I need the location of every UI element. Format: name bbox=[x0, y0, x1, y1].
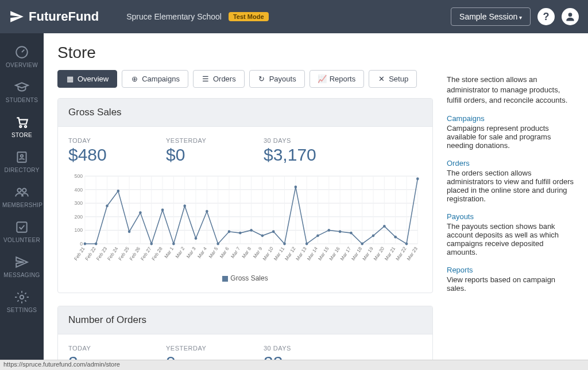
svg-text:Mar 14: Mar 14 bbox=[305, 246, 319, 262]
help-text: The payouts section shows bank account d… bbox=[447, 222, 574, 256]
svg-text:Mar 15: Mar 15 bbox=[317, 246, 330, 262]
sidebar-item-label: STUDENTS bbox=[2, 97, 41, 103]
svg-text:Feb 22: Feb 22 bbox=[84, 246, 97, 262]
tab-label: Overview bbox=[78, 75, 109, 83]
users-icon bbox=[14, 185, 29, 200]
svg-text:Mar 5: Mar 5 bbox=[207, 246, 219, 259]
sidebar-item-overview[interactable]: OVERVIEW bbox=[0, 39, 44, 74]
svg-point-67 bbox=[239, 232, 242, 235]
svg-point-70 bbox=[272, 230, 275, 233]
help-text: Campaigns represent products available f… bbox=[447, 124, 574, 150]
help-link-campaigns[interactable]: Campaigns bbox=[447, 114, 574, 123]
topbar: FutureFund Spruce Elementary School Test… bbox=[0, 0, 588, 33]
svg-text:Mar 16: Mar 16 bbox=[328, 246, 341, 262]
gross-sales-card: Gross Sales TODAY $480 YESTERDAY $0 30 D… bbox=[57, 98, 433, 293]
tools-icon: ✕ bbox=[377, 75, 385, 83]
svg-text:Mar 3: Mar 3 bbox=[185, 246, 197, 259]
tab-orders[interactable]: ☰Orders bbox=[193, 70, 245, 88]
user-menu-button[interactable] bbox=[562, 8, 579, 25]
stat-value: 22 bbox=[264, 353, 350, 360]
sidebar-item-students[interactable]: STUDENTS bbox=[0, 74, 44, 109]
help-intro: The store section allows an administrato… bbox=[447, 75, 574, 106]
svg-point-76 bbox=[339, 230, 342, 233]
svg-text:Mar 6: Mar 6 bbox=[219, 246, 230, 259]
svg-rect-8 bbox=[17, 222, 26, 232]
tab-label: Setup bbox=[389, 75, 408, 83]
sample-session-dropdown[interactable]: Sample Session bbox=[451, 7, 531, 26]
tab-reports[interactable]: 📈Reports bbox=[310, 70, 365, 88]
svg-text:Mar 17: Mar 17 bbox=[339, 246, 352, 262]
sidebar-item-label: OVERVIEW bbox=[2, 62, 41, 68]
tab-payouts[interactable]: ↻Payouts bbox=[249, 70, 305, 88]
svg-text:Mar 4: Mar 4 bbox=[196, 246, 208, 259]
sidebar-item-volunteer[interactable]: VOLUNTEER bbox=[0, 214, 44, 249]
svg-text:300: 300 bbox=[75, 200, 83, 206]
gauge-icon bbox=[14, 45, 29, 60]
help-panel: The store section allows an administrato… bbox=[447, 44, 574, 360]
dashboard-icon: ▦ bbox=[66, 75, 74, 83]
svg-text:Mar 18: Mar 18 bbox=[350, 246, 363, 262]
svg-point-66 bbox=[228, 230, 231, 233]
chart-legend: Gross Sales bbox=[68, 274, 422, 282]
dollar-icon: ⊕ bbox=[130, 75, 138, 83]
help-button[interactable]: ? bbox=[537, 8, 555, 25]
sidebar: OVERVIEW STUDENTS STORE DIRECTORY MEMBER… bbox=[0, 33, 44, 370]
svg-text:Mar 21: Mar 21 bbox=[384, 246, 397, 262]
address-book-icon bbox=[14, 150, 29, 165]
sidebar-item-label: DIRECTORY bbox=[2, 167, 41, 173]
card-title: Gross Sales bbox=[58, 99, 432, 127]
sidebar-item-membership[interactable]: MEMBERSHIP bbox=[0, 179, 44, 214]
school-name: Spruce Elementary School bbox=[126, 12, 222, 21]
svg-point-79 bbox=[372, 234, 375, 237]
svg-text:Mar 10: Mar 10 bbox=[261, 246, 274, 262]
svg-point-7 bbox=[22, 189, 26, 193]
paper-plane-icon bbox=[9, 9, 24, 24]
tab-setup[interactable]: ✕Setup bbox=[369, 70, 417, 88]
main-content: Store ▦Overview ⊕Campaigns ☰Orders ↻Payo… bbox=[44, 33, 588, 360]
svg-point-61 bbox=[172, 243, 175, 246]
sidebar-item-store[interactable]: STORE bbox=[0, 109, 44, 144]
svg-point-68 bbox=[250, 229, 253, 232]
sidebar-item-messaging[interactable]: MESSAGING bbox=[0, 249, 44, 284]
svg-point-77 bbox=[350, 232, 353, 235]
svg-text:Mar 11: Mar 11 bbox=[273, 246, 286, 262]
stat-today: TODAY $480 bbox=[68, 137, 154, 165]
stat-value: $480 bbox=[68, 145, 154, 165]
svg-text:Feb 24: Feb 24 bbox=[106, 246, 119, 262]
svg-text:Mar 12: Mar 12 bbox=[284, 246, 297, 262]
svg-text:Mar 19: Mar 19 bbox=[361, 246, 374, 262]
cart-icon bbox=[14, 115, 29, 130]
graduation-cap-icon bbox=[14, 80, 29, 95]
svg-point-9 bbox=[20, 295, 24, 299]
sidebar-item-settings[interactable]: SETTINGS bbox=[0, 284, 44, 319]
svg-point-6 bbox=[17, 189, 21, 193]
stat-label: 30 DAYS bbox=[264, 137, 350, 144]
tab-label: Campaigns bbox=[142, 75, 180, 83]
sidebar-item-directory[interactable]: DIRECTORY bbox=[0, 144, 44, 179]
test-mode-badge: Test Mode bbox=[229, 12, 269, 21]
svg-point-72 bbox=[295, 185, 297, 188]
svg-text:Feb 27: Feb 27 bbox=[140, 246, 153, 262]
svg-text:Feb 26: Feb 26 bbox=[128, 246, 141, 262]
svg-point-60 bbox=[161, 209, 164, 212]
stat-30days: 30 DAYS 22 bbox=[264, 345, 350, 360]
svg-text:Mar 2: Mar 2 bbox=[174, 246, 185, 259]
brand-logo[interactable]: FutureFund bbox=[9, 9, 99, 24]
help-link-reports[interactable]: Reports bbox=[447, 266, 574, 274]
stat-label: YESTERDAY bbox=[166, 345, 252, 352]
stat-value: $0 bbox=[166, 145, 252, 165]
status-url: https://spruce.futurefund.com/admin/stor… bbox=[3, 361, 120, 368]
svg-text:Feb 23: Feb 23 bbox=[95, 246, 108, 262]
svg-point-63 bbox=[195, 237, 198, 240]
svg-point-58 bbox=[139, 211, 142, 214]
svg-point-80 bbox=[383, 225, 386, 228]
tab-campaigns[interactable]: ⊕Campaigns bbox=[122, 70, 188, 88]
tab-overview[interactable]: ▦Overview bbox=[57, 70, 117, 88]
status-bar: https://spruce.futurefund.com/admin/stor… bbox=[0, 360, 588, 370]
svg-point-65 bbox=[216, 243, 219, 246]
svg-point-64 bbox=[206, 210, 208, 213]
help-link-payouts[interactable]: Payouts bbox=[447, 212, 574, 221]
check-square-icon bbox=[14, 220, 29, 235]
tab-bar: ▦Overview ⊕Campaigns ☰Orders ↻Payouts 📈R… bbox=[57, 70, 433, 88]
help-link-orders[interactable]: Orders bbox=[447, 159, 574, 168]
